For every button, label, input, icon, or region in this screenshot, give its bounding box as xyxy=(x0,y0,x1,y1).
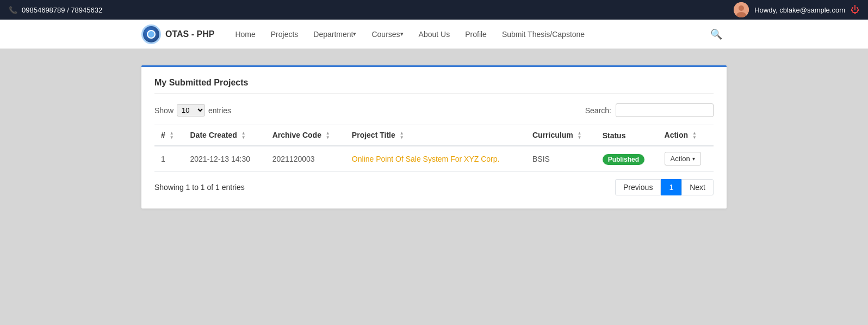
sort-icon-title: ▲▼ xyxy=(400,131,404,140)
action-button[interactable]: Action ▾ xyxy=(665,152,701,165)
phone-icon: 📞 xyxy=(9,6,17,14)
power-icon[interactable]: ⏻ xyxy=(851,5,859,15)
cell-curriculum: BSIS xyxy=(526,146,596,171)
topbar-right: Howdy, cblake@sample.com ⏻ xyxy=(734,2,859,17)
data-table: # ▲▼ Date Created ▲▼ Archive Code ▲▼ Pro… xyxy=(154,125,714,171)
previous-button[interactable]: Previous xyxy=(615,179,661,195)
navbar-brand-text: OTAS - PHP xyxy=(165,29,214,39)
search-icon[interactable]: 🔍 xyxy=(706,28,727,40)
showing-text: Showing 1 to 1 of 1 entries xyxy=(154,183,245,192)
entries-select[interactable]: 10 25 50 100 xyxy=(177,104,205,116)
sort-icon-action: ▲▼ xyxy=(692,131,697,140)
search-box: Search: xyxy=(585,103,714,117)
cell-archive-code: 2021120003 xyxy=(266,146,345,171)
col-header-num[interactable]: # ▲▼ xyxy=(154,125,184,146)
navbar-logo xyxy=(141,24,161,44)
nav-item-projects[interactable]: Projects xyxy=(263,20,306,49)
topbar: 📞 09854698789 / 78945632 Howdy, cblake@s… xyxy=(0,0,868,20)
sort-icon-curriculum: ▲▼ xyxy=(578,131,582,140)
search-label: Search: xyxy=(585,106,611,115)
nav-item-about-us[interactable]: About Us xyxy=(411,20,458,49)
col-header-date-created[interactable]: Date Created ▲▼ xyxy=(184,125,266,146)
page-1-button[interactable]: 1 xyxy=(661,179,681,195)
sort-icon-archive: ▲▼ xyxy=(326,131,330,140)
table-row: 1 2021-12-13 14:30 2021120003 Online Poi… xyxy=(154,146,714,171)
main-content: My Submitted Projects Show 10 25 50 100 … xyxy=(0,49,868,325)
cell-project-title: Online Point Of Sale System For XYZ Corp… xyxy=(345,146,526,171)
pagination: Previous 1 Next xyxy=(615,179,714,195)
card: My Submitted Projects Show 10 25 50 100 … xyxy=(141,65,727,209)
cell-action: Action ▾ xyxy=(658,146,714,171)
navbar-logo-inner xyxy=(147,30,156,39)
action-button-label: Action xyxy=(671,155,690,163)
sort-icon-num: ▲▼ xyxy=(170,131,174,140)
next-button[interactable]: Next xyxy=(681,179,714,195)
col-header-archive-code[interactable]: Archive Code ▲▼ xyxy=(266,125,345,146)
show-entries: Show 10 25 50 100 entries xyxy=(154,104,231,116)
svg-point-1 xyxy=(739,5,744,11)
entries-label: entries xyxy=(208,106,231,115)
col-header-curriculum[interactable]: Curriculum ▲▼ xyxy=(526,125,596,146)
cell-date-created: 2021-12-13 14:30 xyxy=(184,146,266,171)
phone-number: 09854698789 / 78945632 xyxy=(22,6,102,14)
status-badge: Published xyxy=(603,154,644,165)
table-header-row: # ▲▼ Date Created ▲▼ Archive Code ▲▼ Pro… xyxy=(154,125,714,146)
avatar xyxy=(734,2,749,17)
nav-links: Home Projects Department Courses About U… xyxy=(227,20,706,49)
user-greeting: Howdy, cblake@sample.com xyxy=(754,6,845,14)
navbar-brand[interactable]: OTAS - PHP xyxy=(141,24,214,44)
search-input[interactable] xyxy=(616,103,714,117)
navbar: OTAS - PHP Home Projects Department Cour… xyxy=(0,20,868,49)
sort-icon-date: ▲▼ xyxy=(241,131,246,140)
entries-info: Showing 1 to 1 of 1 entries xyxy=(154,183,245,192)
table-footer: Showing 1 to 1 of 1 entries Previous 1 N… xyxy=(154,179,714,195)
project-title-link[interactable]: Online Point Of Sale System For XYZ Corp… xyxy=(352,155,500,163)
nav-item-department[interactable]: Department xyxy=(306,20,364,49)
col-header-status: Status xyxy=(596,125,658,146)
caret-icon: ▾ xyxy=(692,156,695,162)
table-controls: Show 10 25 50 100 entries Search: xyxy=(154,103,714,117)
col-header-action: Action ▲▼ xyxy=(658,125,714,146)
nav-item-profile[interactable]: Profile xyxy=(457,20,494,49)
show-label: Show xyxy=(154,106,173,115)
page-title: My Submitted Projects xyxy=(154,78,714,94)
cell-num: 1 xyxy=(154,146,184,171)
nav-item-courses[interactable]: Courses xyxy=(364,20,411,49)
col-header-project-title[interactable]: Project Title ▲▼ xyxy=(345,125,526,146)
cell-status: Published xyxy=(596,146,658,171)
nav-item-home[interactable]: Home xyxy=(227,20,263,49)
nav-item-submit-thesis[interactable]: Submit Thesis/Capstone xyxy=(494,20,592,49)
topbar-left: 📞 09854698789 / 78945632 xyxy=(9,6,102,14)
